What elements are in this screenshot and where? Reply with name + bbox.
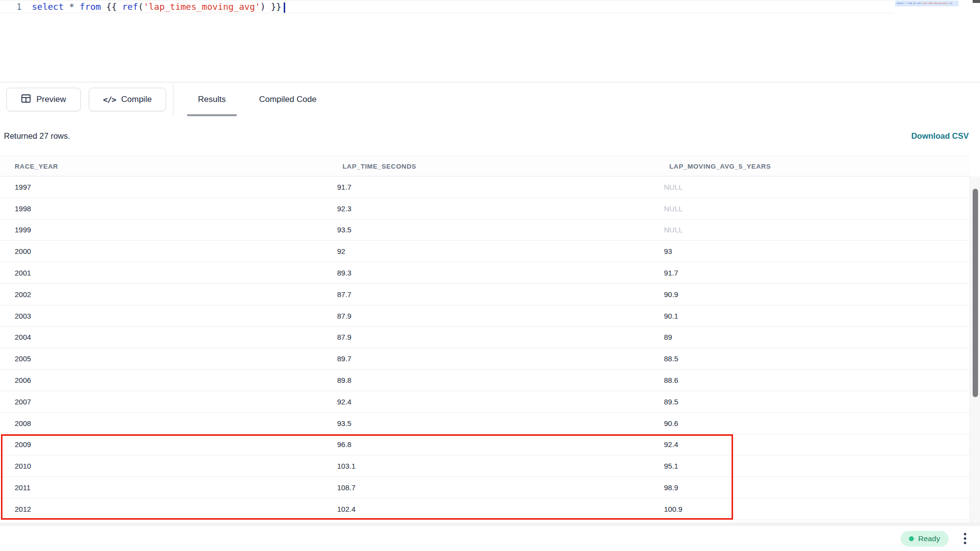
code-editor[interactable]: 1 select * from {{ ref('lap_times_moving… — [0, 0, 980, 82]
table-row: 199993.5NULL — [0, 220, 970, 241]
table-header: RACE_YEARLAP_TIME_SECONDSLAP_MOVING_AVG_… — [0, 156, 970, 176]
table-row: 200589.788.5 — [0, 348, 970, 370]
table-cell: 102.4 — [337, 505, 664, 513]
compile-button[interactable]: </> Compile — [89, 88, 166, 111]
table-body: 199791.7NULL199892.3NULL199993.5NULL2000… — [0, 176, 970, 520]
table-cell: 92.3 — [337, 204, 664, 213]
code-token: {{ — [912, 2, 917, 4]
table-row: 2012102.4100.9 — [0, 499, 970, 520]
vertical-scrollbar-track[interactable] — [970, 176, 980, 523]
compile-button-label: Compile — [121, 95, 151, 104]
table-cell: 92.4 — [664, 440, 970, 449]
table-cell: 2006 — [0, 376, 337, 384]
toolbar-divider — [173, 82, 173, 116]
table-row: 200689.888.6 — [0, 370, 970, 391]
tabs: ResultsCompiled Code — [187, 82, 327, 116]
table-cell: 91.7 — [337, 183, 664, 191]
table-row: 2010103.195.1 — [0, 455, 970, 477]
table-row: 200287.790.9 — [0, 284, 970, 305]
code-token: ref — [122, 1, 138, 12]
results-meta-row: Returned 27 rows. Download CSV — [0, 116, 980, 156]
tab-results[interactable]: Results — [187, 82, 237, 116]
table-cell: 1999 — [0, 225, 337, 234]
table-cell: 2005 — [0, 354, 337, 363]
code-token: ) — [260, 1, 266, 12]
row-count-text: Returned 27 rows. — [4, 131, 70, 141]
table-cell: 108.7 — [337, 483, 664, 492]
table-cell: 89.7 — [337, 354, 664, 363]
minimap-line: select * from {{ ref('lap_times_moving_a… — [895, 0, 958, 6]
editor-scrollbar-thumb[interactable] — [973, 0, 980, 3]
code-token: 'lap_times_moving_avg' — [144, 1, 260, 12]
table-cell: 2004 — [0, 333, 337, 341]
ide-screen: 1 select * from {{ ref('lap_times_moving… — [0, 0, 980, 551]
preview-button[interactable]: Preview — [6, 88, 81, 111]
table-row: 200893.590.6 — [0, 413, 970, 434]
table-cell: 92.4 — [337, 398, 664, 406]
table-cell: 89.5 — [664, 398, 970, 406]
status-bar: Ready — [0, 526, 980, 551]
code-token — [64, 1, 69, 12]
table-cell: 103.1 — [337, 462, 664, 470]
code-token — [74, 1, 80, 12]
column-header: LAP_MOVING_AVG_5_YEARS — [664, 163, 970, 170]
table-cell: 87.9 — [337, 333, 664, 341]
table-row: 200189.391.7 — [0, 262, 970, 284]
code-line[interactable]: select * from {{ ref('lap_times_moving_a… — [22, 0, 285, 13]
code-token: {{ — [101, 1, 122, 12]
code-icon: </> — [103, 95, 116, 104]
table-cell: 90.9 — [664, 290, 970, 299]
table-row: 199892.3NULL — [0, 198, 970, 220]
table-cell: 90.6 — [664, 419, 970, 427]
table-cell: 96.8 — [337, 440, 664, 449]
table-cell: 2009 — [0, 440, 337, 449]
preview-button-label: Preview — [36, 95, 66, 104]
green-dot-icon — [909, 536, 914, 541]
table-row: 2011108.798.9 — [0, 477, 970, 499]
code-line-tokens: select * from {{ ref('lap_times_moving_a… — [32, 1, 281, 12]
table-cell: 2002 — [0, 290, 337, 299]
table-cell: 89.8 — [337, 376, 664, 384]
horizontal-scrollbar-track[interactable] — [0, 523, 980, 526]
table-cell: 2008 — [0, 419, 337, 427]
code-token: 'lap_times_moving_avg' — [922, 2, 948, 4]
table-row: 20009293 — [0, 241, 970, 262]
kebab-menu-icon[interactable] — [962, 531, 969, 547]
table-grid-icon — [21, 94, 31, 106]
table-row: 200996.892.4 — [0, 434, 970, 456]
table-row: 200792.489.5 — [0, 391, 970, 413]
table-cell: 95.1 — [664, 462, 970, 470]
table-cell: 2001 — [0, 269, 337, 277]
table-cell: 93.5 — [337, 225, 664, 234]
table-cell: 89 — [664, 333, 970, 341]
table-row: 200387.990.1 — [0, 305, 970, 327]
results-table: RACE_YEARLAP_TIME_SECONDSLAP_MOVING_AVG_… — [0, 156, 970, 520]
code-token: from — [80, 1, 101, 12]
table-cell: 2007 — [0, 398, 337, 406]
text-cursor — [284, 2, 285, 13]
download-csv-link[interactable]: Download CSV — [911, 131, 969, 141]
table-cell: 2012 — [0, 505, 337, 513]
results-toolbar: Preview </> Compile ResultsCompiled Code — [0, 82, 980, 116]
table-cell: 2003 — [0, 312, 337, 320]
table-cell: 89.3 — [337, 269, 664, 277]
table-cell: 91.7 — [664, 269, 970, 277]
vertical-scrollbar-thumb[interactable] — [973, 189, 978, 397]
code-token: }} — [949, 2, 952, 4]
code-token: select — [32, 1, 64, 12]
code-token: ( — [138, 1, 144, 12]
table-cell: NULL — [664, 225, 970, 234]
table-cell: 98.9 — [664, 483, 970, 492]
table-cell: NULL — [664, 204, 970, 213]
table-row: 200487.989 — [0, 327, 970, 349]
status-badge[interactable]: Ready — [901, 531, 949, 547]
table-cell: 90.1 — [664, 312, 970, 320]
table-cell: 87.7 — [337, 290, 664, 299]
table-cell: 88.5 — [664, 354, 970, 363]
table-cell: NULL — [664, 183, 970, 191]
tab-compiled-code[interactable]: Compiled Code — [248, 82, 327, 116]
line-number: 1 — [0, 2, 22, 12]
code-token: from — [907, 2, 912, 4]
table-cell: 87.9 — [337, 312, 664, 320]
minimap[interactable]: select * from {{ ref('lap_times_moving_a… — [895, 0, 958, 6]
